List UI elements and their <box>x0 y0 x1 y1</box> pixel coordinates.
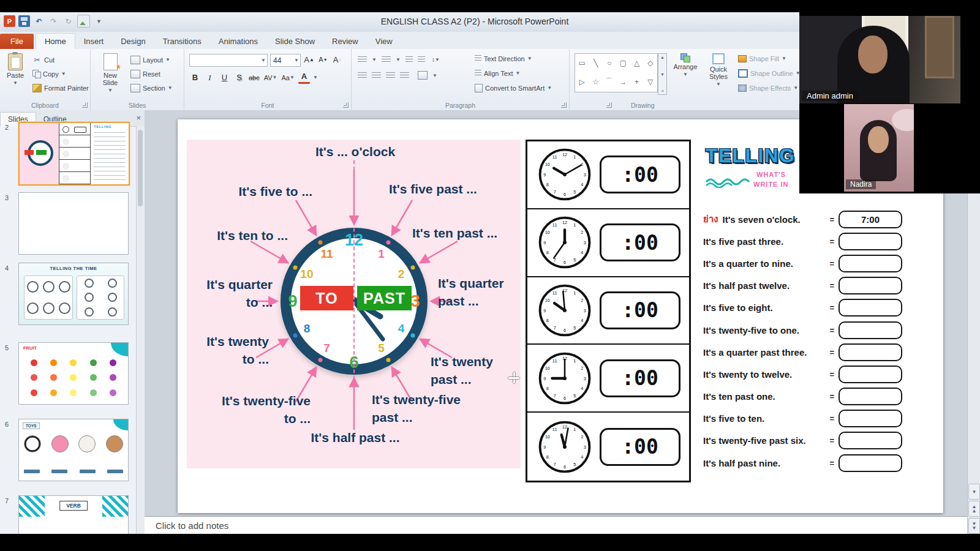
cut-button[interactable]: ✂Cut <box>31 54 91 66</box>
panel-close-icon[interactable]: × <box>136 113 141 122</box>
shape-option[interactable]: ▭ <box>578 59 585 67</box>
tab-insert[interactable]: Insert <box>75 34 113 49</box>
svg-text:2: 2 <box>581 434 583 440</box>
section-button[interactable]: Section▼ <box>129 82 175 94</box>
svg-text:10: 10 <box>545 230 550 235</box>
tab-file[interactable]: File <box>0 34 34 49</box>
shape-effects-button[interactable]: Shape Effects▼ <box>736 82 802 94</box>
font-name-select[interactable]: ▼ <box>189 54 268 67</box>
tab-slide-show[interactable]: Slide Show <box>266 34 323 49</box>
font-dialog-launcher[interactable] <box>343 102 349 108</box>
shape-option[interactable]: △ <box>634 59 639 67</box>
answer-box[interactable] <box>839 299 902 317</box>
letterbox-top <box>0 0 980 12</box>
text-shadow-button[interactable]: S <box>233 72 245 83</box>
convert-smartart-button[interactable]: Convert to SmartArt▼ <box>473 82 554 94</box>
video-feed-admin[interactable]: Admin admin <box>799 16 960 103</box>
tab-review[interactable]: Review <box>323 34 367 49</box>
change-case-button[interactable]: Aa▼ <box>281 72 295 83</box>
slide-thumbnail-2[interactable]: TELLING <box>18 122 130 186</box>
strikethrough-button[interactable]: abc <box>248 72 260 83</box>
columns-icon[interactable] <box>418 71 428 80</box>
answer-box[interactable]: 7:00 <box>839 211 902 228</box>
shape-fill-button[interactable]: Shape Fill▼ <box>736 53 802 64</box>
quick-styles-button[interactable]: Quick Styles▼ <box>702 49 735 102</box>
clipboard-dialog-launcher[interactable] <box>82 102 88 108</box>
svg-text:5: 5 <box>573 461 576 467</box>
answer-box[interactable] <box>839 233 902 250</box>
line-spacing-button[interactable]: ↕▼ <box>430 54 442 65</box>
answer-box[interactable] <box>839 321 902 339</box>
answer-box[interactable] <box>839 454 902 472</box>
italic-button[interactable]: I <box>204 72 216 83</box>
answer-box[interactable] <box>839 277 902 294</box>
answer-box[interactable] <box>839 410 902 427</box>
answer-box[interactable] <box>839 255 902 272</box>
align-center-icon[interactable] <box>372 72 381 79</box>
increase-indent-icon[interactable] <box>418 56 425 63</box>
video-feed-nadira[interactable]: Nadira <box>844 104 914 192</box>
answer-box[interactable] <box>839 343 902 361</box>
next-slide-button[interactable]: ▼▼ <box>968 518 980 534</box>
character-spacing-button[interactable]: AV▼ <box>263 72 278 83</box>
shape-option[interactable]: ☆ <box>592 78 599 86</box>
shape-option[interactable]: ╲ <box>594 59 598 67</box>
tab-view[interactable]: View <box>367 34 401 49</box>
new-slide-button[interactable]: New Slide▼ <box>96 49 125 102</box>
arrange-button[interactable]: Arrange▼ <box>669 49 702 102</box>
worksheet[interactable]: 123456789101112:00123456789101112:001234… <box>526 140 691 482</box>
decrease-indent-icon[interactable] <box>405 56 413 63</box>
shape-option[interactable]: + <box>635 78 639 86</box>
slide-thumbnail-5[interactable]: FRUIT <box>18 342 129 405</box>
tab-transitions[interactable]: Transitions <box>154 34 210 49</box>
shape-outline-button[interactable]: Shape Outline▼ <box>736 67 802 79</box>
previous-slide-button[interactable]: ▲▲ <box>968 501 980 517</box>
bold-button[interactable]: B <box>189 72 201 83</box>
justify-icon[interactable] <box>400 72 409 79</box>
answer-box[interactable] <box>839 365 902 383</box>
slide-thumbnail-4[interactable]: TELLING THE TIME <box>18 263 129 325</box>
underline-button[interactable]: U <box>219 72 230 83</box>
layout-button[interactable]: Layout▼ <box>129 54 175 66</box>
tab-home[interactable]: Home <box>36 33 75 50</box>
shape-option[interactable]: ◇ <box>647 59 653 67</box>
panel-scrollbar[interactable] <box>136 126 145 534</box>
format-painter-button[interactable]: Format Painter <box>31 82 91 94</box>
shape-option[interactable]: ○ <box>607 59 611 67</box>
notes-pane[interactable]: Click to add notes <box>145 516 967 534</box>
answer-box[interactable] <box>839 388 902 405</box>
drawing-dialog-launcher[interactable] <box>606 102 612 108</box>
paragraph-dialog-launcher[interactable] <box>561 102 567 108</box>
align-right-icon[interactable] <box>386 72 395 79</box>
shape-option[interactable]: ⌒ <box>606 77 613 87</box>
reset-button[interactable]: Reset <box>129 68 175 80</box>
digital-time: :00 <box>622 366 658 390</box>
slide-thumbnail-3[interactable] <box>18 192 129 255</box>
font-size-select[interactable]: 44▼ <box>270 54 301 67</box>
clear-formatting-button[interactable]: A◌ <box>331 54 343 65</box>
paste-button[interactable]: Paste▼ <box>2 49 28 102</box>
shrink-font-button[interactable]: A▼ <box>317 54 329 65</box>
bullets-icon[interactable] <box>358 56 367 63</box>
shapes-gallery-scroll[interactable]: ▲▼≡ <box>658 53 667 95</box>
grow-font-button[interactable]: A▲ <box>303 54 315 65</box>
align-text-button[interactable]: Align Text▼ <box>473 67 554 79</box>
numbering-icon[interactable] <box>382 56 391 63</box>
scroll-down-button[interactable]: ▼ <box>968 484 980 500</box>
tab-design[interactable]: Design <box>112 34 154 49</box>
answer-box[interactable] <box>839 432 902 449</box>
equals-sign: = <box>829 414 839 423</box>
slide-thumbnail-6[interactable]: TOYS <box>18 419 129 481</box>
drawing-group: ▭ ╲ ○ ▢ △ ◇ ▷ ☆ ⌒ → + ▽ ▲▼≡ Arrange▼ <box>570 49 802 110</box>
copy-button[interactable]: Copy▼ <box>31 68 91 80</box>
shape-option[interactable]: ▽ <box>647 78 653 86</box>
font-color-button[interactable]: A <box>298 71 310 84</box>
tab-animations[interactable]: Animations <box>210 34 266 49</box>
digital-time-box: :00 <box>600 359 680 397</box>
shape-option[interactable]: ▢ <box>619 59 626 67</box>
clock-diagram[interactable]: 121234567891011 TO PAST It's ... o'clock… <box>187 140 521 468</box>
text-direction-button[interactable]: Text Direction▼ <box>473 53 554 64</box>
align-left-icon[interactable] <box>358 72 367 79</box>
shape-option[interactable]: ▷ <box>579 78 585 86</box>
shape-option[interactable]: → <box>619 78 627 86</box>
